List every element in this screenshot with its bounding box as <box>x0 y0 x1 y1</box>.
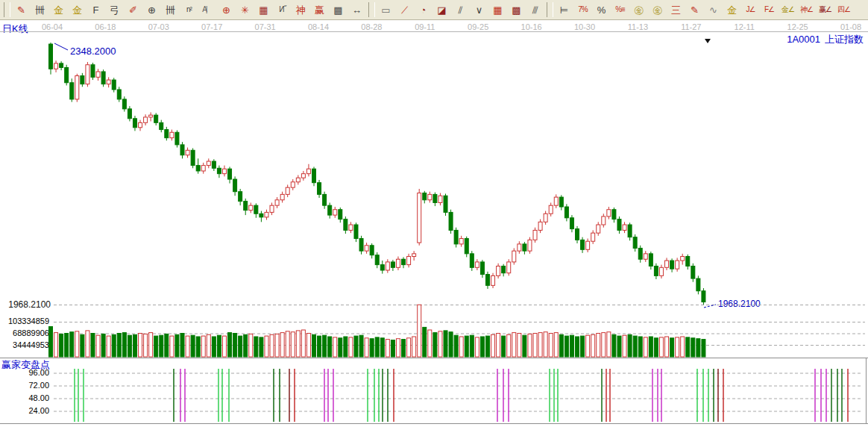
volume-series <box>49 305 705 357</box>
dropdown-arrow-icon[interactable] <box>705 39 711 43</box>
high-annotation-pointer <box>54 43 68 50</box>
indicator-signal-lines <box>75 369 848 422</box>
candlestick-series <box>49 43 705 305</box>
app-window: ✎卌金金F弓✐⊕卌n²A⎸⊕✳▦И˝神赢▩↔▭⟋◔◪⫽∨▦▩⫻⊨7%%%≡㊎㊎三… <box>0 0 868 427</box>
chart-canvas <box>0 0 868 427</box>
indicator-title: 赢家变盘点 <box>1 358 50 372</box>
